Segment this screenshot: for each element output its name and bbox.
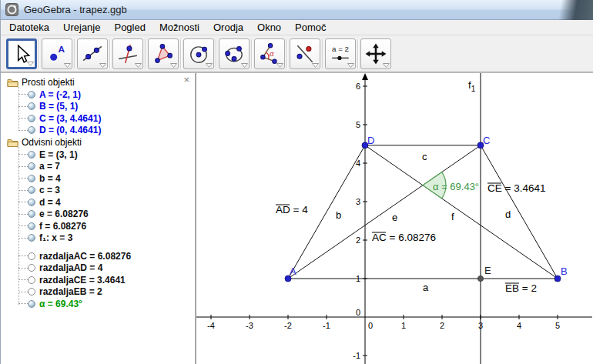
algebra-item[interactable]: razdaljaCE = 3.4641 <box>18 274 195 286</box>
visibility-marble-on-icon[interactable] <box>28 162 35 170</box>
algebra-item[interactable]: f₁: x = 3 <box>18 232 195 245</box>
dropdown-arrow-icon <box>99 63 106 68</box>
geogebra-window: GeoGebra - trapez.ggb DatotekaUrejanjePo… <box>0 0 593 364</box>
algebra-item-text: f₁: x = 3 <box>39 232 72 243</box>
point-E[interactable] <box>477 276 483 281</box>
algebra-item[interactable]: d = 4 <box>18 196 195 209</box>
tool-reflect-button[interactable] <box>290 38 320 69</box>
text-label-EB[interactable]: EB = 2 <box>505 282 537 294</box>
tool-move-button[interactable] <box>6 38 37 69</box>
slider-icon: a = 2 <box>330 43 351 65</box>
toolbar-separator <box>216 39 217 68</box>
algebra-group-label: Prosti objekti <box>22 77 75 88</box>
algebra-item[interactable]: α = 69.43° <box>18 298 195 310</box>
menubar: DatotekaUrejanjePogledMožnostiOrodjaOkno… <box>1 20 593 35</box>
segment-d[interactable] <box>481 145 558 279</box>
visibility-marble-off-icon[interactable] <box>28 252 35 260</box>
segment-label-a[interactable]: a <box>423 282 429 293</box>
perpendicular-line-icon <box>117 43 139 65</box>
tool-perpendicular-line-button[interactable] <box>112 38 143 69</box>
conic-through-points-icon <box>223 43 245 65</box>
point-label-E[interactable]: E <box>484 265 491 276</box>
visibility-marble-off-icon[interactable] <box>28 276 35 284</box>
visibility-marble-off-icon[interactable] <box>28 264 35 272</box>
algebra-item[interactable]: f = 6.08276 <box>18 220 195 232</box>
tool-polygon-button[interactable] <box>148 38 179 69</box>
point-label-C[interactable]: C <box>483 135 490 146</box>
visibility-marble-on-icon[interactable] <box>28 222 35 230</box>
toolbar-separator <box>357 39 359 68</box>
menu-datoteka[interactable]: Datoteka <box>2 21 56 34</box>
algebra-group-header[interactable]: Prosti objekti <box>7 76 195 88</box>
algebra-item-text: d = 4 <box>39 197 61 208</box>
tool-line-button[interactable] <box>77 38 108 69</box>
algebra-item-text: C = (3, 4.4641) <box>39 113 101 124</box>
algebra-item[interactable]: c = 3 <box>18 185 195 197</box>
dropdown-arrow-icon <box>206 63 213 68</box>
main-area: × Prosti objektiA = (-2, 1)B = (5, 1)C =… <box>1 72 593 364</box>
algebra-item[interactable]: razdaljaAD = 4 <box>18 262 195 275</box>
segment-label-b[interactable]: b <box>336 209 341 221</box>
toolbar-separator <box>286 39 288 68</box>
algebra-item-text: b = 4 <box>39 173 61 184</box>
x-tick-label: -4 <box>207 321 215 330</box>
point-label-B[interactable]: B <box>561 265 568 277</box>
menu-pomoč[interactable]: Pomoč <box>288 21 333 34</box>
visibility-marble-on-icon[interactable] <box>28 300 35 308</box>
algebra-item[interactable]: D = (0, 4.4641) <box>18 125 195 137</box>
point-label-D[interactable]: D <box>367 135 374 146</box>
y-tick-label: 2 <box>356 235 360 245</box>
algebra-item[interactable]: E = (3, 1) <box>18 149 195 161</box>
visibility-marble-on-icon[interactable] <box>28 115 35 122</box>
algebra-item[interactable]: a = 7 <box>18 161 195 173</box>
visibility-marble-on-icon[interactable] <box>28 186 35 194</box>
segment-label-e[interactable]: e <box>392 212 397 223</box>
tool-circle-button[interactable] <box>183 38 214 69</box>
graphics-view[interactable]: -4-3-2-1012345-10123456f1α = 69.43°AD = … <box>196 73 593 364</box>
x-tick-label: -2 <box>284 321 292 330</box>
line-f1-label[interactable]: f1 <box>468 79 476 93</box>
tool-slider-button[interactable]: a = 2 <box>325 38 356 69</box>
text-label-AD[interactable]: AD = 4 <box>276 204 308 215</box>
segment-label-d[interactable]: d <box>505 209 511 220</box>
segment-label-f[interactable]: f <box>451 211 454 222</box>
tool-point-button[interactable]: A <box>42 38 72 69</box>
algebra-item[interactable]: razdaljaEB = 2 <box>18 286 195 299</box>
algebra-item[interactable]: B = (5, 1) <box>18 101 195 113</box>
menu-okno[interactable]: Okno <box>250 21 288 34</box>
visibility-marble-on-icon[interactable] <box>28 126 35 134</box>
visibility-marble-on-icon[interactable] <box>28 151 35 159</box>
visibility-marble-on-icon[interactable] <box>28 199 35 206</box>
segment-label-c[interactable]: c <box>422 151 427 162</box>
angle-alpha-label[interactable]: α = 69.43° <box>433 181 479 192</box>
algebra-item-text: a = 7 <box>39 161 60 172</box>
menu-urejanje[interactable]: Urejanje <box>56 21 107 34</box>
text-label-CE[interactable]: CE = 3.4641 <box>487 182 545 194</box>
visibility-marble-off-icon[interactable] <box>28 288 35 296</box>
menu-pogled[interactable]: Pogled <box>107 21 152 34</box>
visibility-marble-on-icon[interactable] <box>28 234 35 242</box>
tool-move-graphics-view-button[interactable] <box>360 38 391 69</box>
close-icon[interactable]: × <box>183 75 189 85</box>
menu-orodja[interactable]: Orodja <box>206 21 250 34</box>
dropdown-arrow-icon <box>27 62 34 66</box>
text-label-AC[interactable]: AC = 6.08276 <box>372 232 436 243</box>
visibility-marble-on-icon[interactable] <box>28 175 35 182</box>
graphics-canvas[interactable]: -4-3-2-1012345-10123456f1α = 69.43°AD = … <box>196 73 592 364</box>
point-B[interactable] <box>554 276 561 282</box>
menu-možnosti[interactable]: Možnosti <box>152 21 206 34</box>
algebra-item[interactable]: e = 6.08276 <box>18 209 195 221</box>
x-tick-label: 1 <box>401 321 406 330</box>
algebra-item[interactable]: C = (3, 4.4641) <box>18 112 195 125</box>
algebra-item[interactable]: b = 4 <box>18 172 195 185</box>
algebra-item[interactable]: razdaljaAC = 6.08276 <box>18 250 195 262</box>
visibility-marble-on-icon[interactable] <box>28 210 35 218</box>
algebra-item[interactable]: A = (-2, 1) <box>18 88 195 101</box>
tool-angle-button[interactable]: α <box>254 38 285 69</box>
tool-conic-button[interactable] <box>219 38 250 69</box>
x-tick-label: 5 <box>555 321 560 330</box>
visibility-marble-on-icon[interactable] <box>28 102 35 110</box>
point-label-A[interactable]: A <box>290 265 296 277</box>
visibility-marble-on-icon[interactable] <box>28 91 35 99</box>
algebra-group-header[interactable]: Odvisni objekti <box>7 136 195 149</box>
